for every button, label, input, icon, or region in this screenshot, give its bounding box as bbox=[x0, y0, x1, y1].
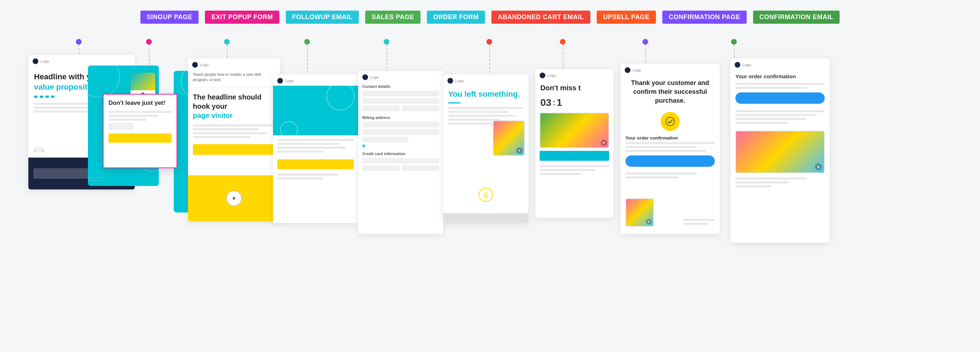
ep-line1 bbox=[108, 111, 172, 113]
u-line2 bbox=[539, 169, 595, 171]
followup-logo-icon bbox=[192, 62, 198, 68]
tag-order[interactable]: ORDER FORM bbox=[427, 11, 485, 24]
countdown-sep: : bbox=[553, 99, 555, 107]
o-c-field2a bbox=[362, 165, 399, 171]
tag-signup[interactable]: SINGUP PAGE bbox=[140, 11, 199, 24]
abandoned-headline: You left something. bbox=[448, 89, 523, 100]
cp-line4 bbox=[625, 173, 697, 174]
conf-product-play bbox=[646, 219, 652, 225]
f-line2 bbox=[193, 128, 259, 130]
conf-page-cta-btn[interactable] bbox=[625, 155, 715, 167]
stage-container: SINGUP PAGE EXIT POPUP FORM FOLLOWUP EMA… bbox=[0, 0, 980, 352]
countdown-num2: 1 bbox=[557, 97, 562, 108]
s-line3 bbox=[277, 147, 346, 149]
s-line6 bbox=[277, 178, 323, 179]
upsell-product-img bbox=[539, 113, 609, 148]
sales-content bbox=[273, 135, 358, 158]
cp-s-line1 bbox=[683, 219, 715, 221]
dot-order bbox=[383, 39, 389, 44]
upsell-cta-btn[interactable] bbox=[539, 151, 609, 161]
svg-point-6 bbox=[666, 117, 675, 126]
tag-sales[interactable]: SALES PAGE bbox=[365, 11, 420, 24]
conf-checkmark bbox=[660, 112, 680, 131]
followup-headline-txt: The headline should hook your bbox=[193, 93, 261, 110]
ep-input-mock bbox=[108, 123, 134, 130]
ab-line2 bbox=[448, 111, 508, 113]
tag-followup[interactable]: FOLLOWUP EMAIL bbox=[286, 11, 359, 24]
sales-circle2 bbox=[280, 121, 298, 135]
card-upsell: Logo Don't miss t 03 : 1 bbox=[535, 69, 613, 218]
order-dot bbox=[362, 144, 365, 147]
o-c-field1 bbox=[362, 158, 439, 163]
conf-page-side-lines bbox=[683, 219, 715, 227]
sales-cta-btn[interactable] bbox=[277, 159, 354, 169]
card-order: Logo Contact details Billing address Cre… bbox=[358, 71, 443, 234]
play-button[interactable] bbox=[226, 190, 242, 206]
upsell-headline: Don't miss t bbox=[535, 80, 613, 96]
upsell-logo-text: Logo bbox=[547, 73, 556, 78]
wavy-line-2 bbox=[88, 180, 102, 181]
wavy-teal-lines bbox=[88, 177, 109, 181]
f-line3 bbox=[193, 132, 267, 134]
u-line3 bbox=[539, 173, 581, 175]
conf-email-lines bbox=[730, 83, 830, 89]
cp-line1 bbox=[625, 142, 715, 144]
dot-conf-email bbox=[731, 39, 737, 44]
sales-logo: Logo bbox=[273, 75, 358, 86]
conf-page-lines2 bbox=[620, 170, 720, 182]
f-line4 bbox=[193, 136, 250, 138]
s-line5 bbox=[277, 173, 339, 176]
order-billing-title: Billing address bbox=[358, 113, 443, 122]
ce-line8 bbox=[735, 181, 789, 184]
ab-line3 bbox=[448, 115, 516, 117]
deco-circle-1 bbox=[88, 65, 120, 97]
tag-abandoned[interactable]: ABANDONED CART EMAIL bbox=[492, 11, 590, 24]
card-confirmation-email: Logo Your order confirmation bbox=[730, 59, 830, 243]
dot-abandoned bbox=[487, 39, 492, 44]
order-logo-icon bbox=[362, 75, 368, 80]
tag-upsell[interactable]: UPSELL PAGE bbox=[597, 11, 656, 24]
conf-email-logo: Logo bbox=[730, 59, 830, 70]
upsell-lines bbox=[535, 163, 613, 179]
conf-page-order-title: Your order confirmation bbox=[620, 134, 720, 142]
ce-line3 bbox=[735, 110, 825, 112]
tag-confirmation-page[interactable]: CONFIRMATION PAGE bbox=[662, 11, 747, 24]
product-play-icon bbox=[516, 147, 523, 154]
abandoned-product-img bbox=[493, 121, 525, 156]
abandoned-award-icon bbox=[479, 188, 493, 202]
tag-exit-popup[interactable]: EXIT POPUP FORM bbox=[205, 11, 279, 24]
ep-line2 bbox=[108, 115, 159, 117]
wavy-line-1 bbox=[88, 177, 109, 179]
ce-line7 bbox=[735, 178, 807, 179]
card-abandoned: Logo You left something. bbox=[443, 75, 528, 223]
conf-email-product-img bbox=[735, 131, 825, 173]
s-line4 bbox=[277, 151, 323, 153]
sales-logo-text: Logo bbox=[285, 79, 294, 83]
dot-sales bbox=[304, 39, 310, 44]
ep-cta-btn[interactable] bbox=[108, 133, 172, 143]
conf-email-cta-btn[interactable] bbox=[735, 92, 825, 104]
dot-upsell bbox=[560, 39, 566, 44]
o-c-field2b bbox=[402, 165, 439, 171]
signup-logo-icon bbox=[33, 59, 38, 64]
signup-car-icon bbox=[32, 144, 46, 154]
followup-divider bbox=[188, 87, 280, 87]
order-logo: Logo bbox=[358, 71, 443, 82]
o-b-field3 bbox=[362, 137, 409, 142]
abandoned-headline-block: You left something. bbox=[443, 86, 528, 107]
followup-cta-btn[interactable] bbox=[193, 144, 275, 155]
conf-page-logo: Logo bbox=[620, 64, 720, 75]
o-field2 bbox=[362, 98, 439, 104]
tag-confirmation-email[interactable]: CONFIRMATION EMAIL bbox=[753, 11, 840, 24]
followup-lines bbox=[188, 123, 280, 141]
followup-page-visitor: page visitor bbox=[193, 111, 232, 119]
followup-headline: The headline should hook your page visit… bbox=[193, 92, 275, 120]
signup-logo-text: Logo bbox=[40, 59, 49, 63]
svg-marker-5 bbox=[603, 142, 605, 144]
abandoned-accent bbox=[448, 102, 461, 103]
ce-line6 bbox=[735, 122, 789, 124]
conf-page-product-img bbox=[625, 198, 654, 227]
ce-line9 bbox=[735, 185, 771, 187]
followup-logo-text: Logo bbox=[200, 63, 208, 67]
followup-teach: Teach people how to master a new skill, … bbox=[188, 70, 280, 85]
